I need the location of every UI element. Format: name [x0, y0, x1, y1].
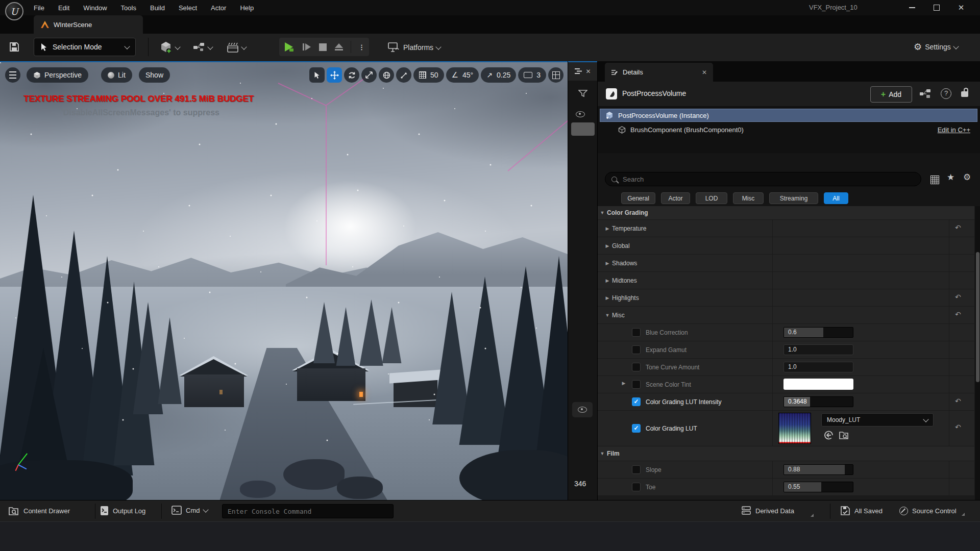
menu-help[interactable]: Help	[239, 4, 255, 12]
category-color-grading[interactable]: ▼Color Grading	[598, 206, 974, 220]
details-tab[interactable]: Details ✕	[605, 63, 713, 82]
perspective-dropdown[interactable]: Perspective	[27, 67, 88, 83]
filter-misc[interactable]: Misc	[733, 192, 764, 204]
play-button[interactable]	[283, 41, 295, 53]
show-dropdown[interactable]: Show	[139, 67, 170, 83]
lut-intensity-slider[interactable]: 0.3648	[783, 396, 853, 407]
expand-gamut-input[interactable]: 1.0	[783, 344, 853, 355]
visibility-eye-icon[interactable]	[576, 111, 585, 117]
frame-skip-button[interactable]	[302, 42, 312, 52]
settings-dropdown[interactable]: ⚙ Settings	[914, 41, 958, 53]
blueprints-dropdown[interactable]	[193, 42, 212, 53]
close-icon[interactable]: ✕	[585, 68, 591, 75]
reset-icon[interactable]: ↶	[955, 223, 961, 232]
stop-button[interactable]	[319, 43, 327, 51]
reset-icon[interactable]: ↶	[955, 397, 961, 405]
menu-file[interactable]: File	[33, 4, 45, 12]
level-tab-winterscene[interactable]: WInterScene	[34, 15, 143, 34]
tone-curve-input[interactable]: 1.0	[783, 362, 853, 372]
filter-all-active[interactable]: All	[824, 192, 848, 204]
filter-streaming[interactable]: Streaming	[769, 192, 818, 204]
add-actor-dropdown[interactable]	[159, 41, 180, 54]
category-film[interactable]: ▼Film	[598, 446, 974, 461]
lock-icon[interactable]	[961, 91, 968, 97]
lut-thumbnail[interactable]	[778, 413, 811, 444]
color-swatch-white[interactable]	[783, 379, 853, 390]
cmd-dropdown[interactable]: Cmd	[172, 506, 208, 515]
row-tone-curve[interactable]: Tone Curve Amount 1.0	[598, 359, 974, 376]
collapsed-tab[interactable]: ✕	[568, 61, 598, 81]
tree-row-instance-selected[interactable]: PostProcessVolume (Instance)	[600, 109, 977, 122]
selection-mode-dropdown[interactable]: Selection Mode	[34, 38, 136, 56]
scale-tool-button[interactable]	[361, 67, 377, 83]
level-viewport[interactable]: TEXTURE STREAMING POOL OVER 491.5 MiB BU…	[0, 61, 568, 500]
filter-lod[interactable]: LOD	[696, 192, 727, 204]
menu-window[interactable]: Window	[82, 4, 108, 12]
platforms-dropdown[interactable]: Platforms	[387, 41, 440, 54]
filter-icon[interactable]	[578, 90, 587, 97]
close-icon[interactable]: ✕	[702, 69, 707, 76]
move-tool-button-active[interactable]	[327, 67, 342, 83]
select-tool-button[interactable]	[309, 67, 325, 83]
cinematics-dropdown[interactable]	[227, 42, 246, 53]
rotate-tool-button[interactable]	[344, 67, 359, 83]
surface-snapping-button[interactable]	[396, 67, 411, 83]
lut-asset-dropdown[interactable]: Moody_LUT	[821, 413, 934, 427]
grid-snap-control[interactable]: 50	[413, 67, 444, 83]
viewport-layout-button[interactable]	[548, 67, 564, 83]
row-misc-expanded[interactable]: ▼Misc ↶	[598, 307, 974, 324]
browse-to-asset-icon[interactable]	[839, 430, 850, 440]
details-settings-gear-icon[interactable]: ⚙	[963, 172, 971, 183]
output-log-button[interactable]: Output Log	[100, 506, 145, 516]
minimize-button[interactable]	[904, 2, 920, 13]
reset-icon[interactable]: ↶	[955, 310, 961, 318]
details-scrollbar-track[interactable]	[975, 206, 980, 500]
expand-corner[interactable]	[962, 513, 965, 516]
row-highlights[interactable]: ▶Highlights ↶	[598, 289, 974, 307]
add-component-button[interactable]: + Add	[870, 86, 912, 103]
lit-dropdown[interactable]: Lit	[101, 67, 132, 83]
row-scene-color-tint[interactable]: ▶ Scene Color Tint	[598, 376, 974, 393]
menu-actor[interactable]: Actor	[210, 4, 227, 12]
maximize-button[interactable]	[929, 2, 944, 13]
reset-icon[interactable]: ↶	[955, 293, 961, 301]
menu-edit[interactable]: Edit	[57, 4, 70, 12]
strip-scrollbar-thumb[interactable]	[571, 122, 595, 136]
save-button[interactable]	[8, 41, 20, 55]
menu-build[interactable]: Build	[149, 4, 166, 12]
row-global[interactable]: ▶Global	[598, 237, 974, 255]
toe-slider[interactable]: 0.55	[783, 482, 853, 492]
favorites-star-icon[interactable]: ★	[947, 172, 954, 183]
display-options-icon[interactable]	[930, 176, 939, 184]
details-search[interactable]	[605, 172, 921, 186]
menu-tools[interactable]: Tools	[120, 4, 137, 12]
help-icon[interactable]: ?	[941, 88, 951, 99]
close-button[interactable]: ✕	[953, 2, 969, 13]
camera-speed-control[interactable]: ↗ 0.25	[481, 67, 516, 83]
blueprint-edit-icon[interactable]	[919, 89, 932, 99]
world-space-toggle[interactable]	[379, 67, 394, 83]
row-toe[interactable]: Toe 0.55	[598, 479, 974, 496]
all-saved-indicator[interactable]: All Saved	[840, 506, 883, 516]
eject-button[interactable]	[334, 42, 344, 52]
edit-in-cpp-link[interactable]: Edit in C++	[938, 126, 970, 134]
row-color-grading-lut[interactable]: ✓ Color Grading LUT Moody_LUT ↶	[598, 411, 974, 446]
content-drawer-button[interactable]: Content Drawer	[8, 506, 70, 516]
expand-corner[interactable]	[811, 514, 814, 517]
row-blue-correction[interactable]: Blue Correction 0.6	[598, 324, 974, 341]
source-control-button[interactable]: Source Control	[899, 506, 965, 516]
blue-correction-slider[interactable]: 0.6	[783, 327, 853, 338]
row-lut-intensity[interactable]: ✓ Color Grading LUT Intensity 0.3648 ↶	[598, 393, 974, 411]
row-shadows[interactable]: ▶Shadows	[598, 255, 974, 272]
tree-row-brushcomponent[interactable]: BrushComponent (BrushComponent0) Edit in…	[600, 123, 977, 136]
filter-general[interactable]: General	[621, 192, 655, 204]
use-selected-asset-icon[interactable]	[824, 430, 834, 440]
viewport-options-button[interactable]	[5, 67, 20, 83]
row-expand-gamut[interactable]: Expand Gamut 1.0	[598, 341, 974, 359]
eye-button[interactable]	[572, 402, 593, 417]
rotation-snap-control[interactable]: ∠ 45°	[446, 67, 479, 83]
derived-data-button[interactable]: Derived Data	[741, 506, 794, 516]
console-command-input[interactable]	[222, 504, 394, 518]
menu-select[interactable]: Select	[178, 4, 198, 12]
search-input[interactable]	[622, 175, 889, 184]
